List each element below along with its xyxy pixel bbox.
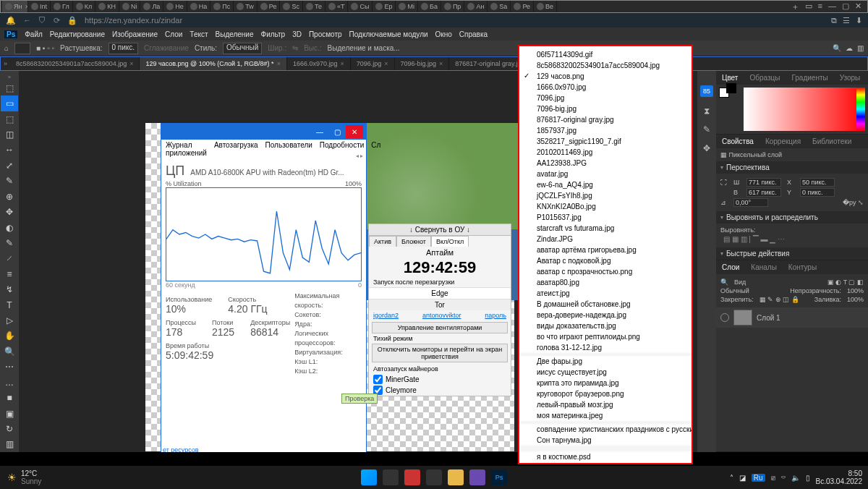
file-menu-item[interactable]: аватар артёма григорьева.jpg [519, 244, 692, 255]
weather-icon[interactable]: ☀ [7, 472, 17, 483]
search-icon-tb[interactable] [383, 469, 399, 485]
ps-menu-item[interactable]: Окно [435, 30, 452, 38]
clone-icon[interactable]: ✥ [703, 143, 710, 153]
panel-tab[interactable]: Градиенты [786, 72, 833, 83]
ps-tool[interactable]: ▣ [1, 406, 18, 421]
file-menu-item[interactable]: 7096-big.jpg [519, 103, 692, 114]
file-menu-item[interactable]: 06f57114309d.gif [519, 49, 692, 60]
file-menu-item[interactable]: 876817-original gray.jpg [519, 114, 692, 125]
workspace-icon[interactable]: ▥ [857, 44, 864, 52]
file-menu-item[interactable]: круговорот браузеров.png [519, 388, 692, 399]
ps-tool[interactable]: ⬚ [1, 80, 18, 95]
network-icon[interactable]: ⌔ [781, 474, 786, 482]
ps-tool[interactable]: ▭ [1, 95, 18, 111]
visibility-icon[interactable] [720, 313, 729, 322]
file-menu-item[interactable]: иисус существует.jpg [519, 367, 692, 378]
ps-doc-tab[interactable]: 1666.0x970.jpg× [287, 57, 351, 70]
file-menu-item[interactable]: крипта это пирамида.jpg [519, 378, 692, 388]
ps-tool[interactable]: 🔍 [1, 344, 18, 359]
browser-tab[interactable]: Sc [280, 1, 303, 12]
browser-tab[interactable]: Пс [210, 1, 234, 12]
clock-time[interactable]: 8:50 [816, 469, 863, 477]
lock-icons[interactable]: ▦ ✎ ⊕ ◫ 🔒 [760, 296, 799, 303]
hue-slider[interactable] [856, 88, 865, 131]
browser-tab[interactable]: Ла [140, 1, 163, 12]
feather-value[interactable]: 0 пикс. [109, 43, 139, 54]
file-menu-item[interactable]: моя материнка.jpeg [519, 410, 692, 421]
srv-off-button[interactable]: Отключить мониторы и перейти на экран пр… [372, 344, 508, 362]
ps-tool[interactable]: ■ [1, 390, 18, 405]
panel-tab[interactable]: Библиотеки [807, 136, 857, 147]
cast-icon[interactable]: ⎚ [771, 474, 775, 482]
srv-collapse[interactable]: ↓ Свернуть в ОУ ↓ [369, 224, 511, 236]
fill-v[interactable]: 100% [847, 296, 864, 303]
ps-tool[interactable]: ◫ [1, 127, 18, 142]
tm-min-icon[interactable]: ― [311, 125, 328, 138]
browser-tab[interactable]: Ян✕ [2, 1, 28, 12]
file-menu-item[interactable]: В домашней обстановке.jpg [519, 299, 692, 310]
ps-tool[interactable]: ✥ [1, 204, 18, 219]
panel-tab[interactable]: Контуры [783, 262, 822, 273]
file-menu-item[interactable]: атеист.jpg [519, 288, 692, 299]
ps-tool[interactable]: ≡ [1, 266, 18, 281]
ps-tool[interactable]: ↯ [1, 281, 18, 297]
panel-tab[interactable]: Узоры [834, 72, 867, 83]
battery-icon[interactable]: ▯ [806, 474, 810, 482]
tray-chevron-icon[interactable]: ˄ [730, 474, 733, 482]
file-menu-item[interactable]: левый-правый мозг.jpg [519, 399, 692, 410]
ps-menu-item[interactable]: Справка [459, 30, 488, 38]
ps-tool[interactable]: ⟋ [1, 251, 18, 266]
marquee-icon[interactable] [14, 43, 30, 54]
browser-tab[interactable]: Int [28, 1, 51, 12]
popout-icon[interactable]: ⧉ [831, 16, 837, 25]
srv-fans-button[interactable]: Управление вентиляторами [372, 322, 508, 333]
explorer-icon[interactable] [448, 469, 464, 485]
file-menu-item[interactable]: Две фары.jpg [519, 356, 692, 367]
ps-doc-tab[interactable]: 129 часов.png @ 100% (Слой 1, RGB/8#) *× [140, 57, 286, 70]
browser-tab[interactable]: Гл [51, 1, 73, 12]
brush-icon[interactable]: ✎ [703, 124, 710, 135]
ps-logo-icon[interactable]: Ps [4, 30, 17, 38]
file-menu-item[interactable]: совпадение христианских праздников с рус… [519, 424, 692, 435]
file-menu-item[interactable]: jQCZLFsYIh8.jpg [519, 190, 692, 201]
ps-tool[interactable]: … [1, 375, 18, 390]
file-menu-item[interactable]: Zindar.JPG [519, 234, 692, 244]
browser-tab[interactable]: На [187, 1, 211, 12]
file-menu-item[interactable]: виды доказательств.jpg [519, 320, 692, 331]
panel-tab[interactable]: Образцы [744, 72, 786, 83]
tm-tab[interactable]: Пользователи [265, 141, 312, 151]
close-icon[interactable]: ✕ [855, 1, 861, 12]
browser-tab[interactable]: Кл [73, 1, 96, 12]
file-menu-item[interactable]: ew-6-na_AQ4.jpg [519, 179, 692, 190]
browser-tab[interactable]: Ер [373, 1, 396, 12]
file-menu-item[interactable]: Аватар с подковой.jpg [519, 255, 692, 266]
browser-tab[interactable]: Ре [258, 1, 281, 12]
ps-tool[interactable]: ✎ [1, 235, 18, 250]
file-menu-item[interactable]: во что играют рептилоиды.png [519, 331, 692, 342]
maximize-icon[interactable]: ▢ [842, 1, 849, 12]
ps-tool[interactable]: ⋯ [1, 360, 18, 375]
style-select[interactable]: Обычный [223, 43, 262, 54]
panel-tab[interactable]: Коррекция [760, 136, 807, 147]
layer-name[interactable]: Слой 1 [757, 314, 780, 322]
file-menu-item[interactable]: 129 часов.png [519, 71, 692, 82]
srv-tor-button[interactable]: Tor [369, 299, 511, 310]
file-menu-item[interactable]: 7096.jpg [519, 93, 692, 103]
ps-tool[interactable]: ◐ [1, 220, 18, 235]
tm-tab[interactable]: Журнал приложений [166, 141, 207, 151]
srv-tab[interactable]: Актив [369, 236, 396, 247]
panel-tab[interactable]: Слои [716, 262, 745, 273]
tm-max-icon[interactable]: ▢ [328, 125, 346, 138]
clock-date[interactable]: Вс.03.04.2022 [816, 477, 863, 485]
browser-tab[interactable]: Ni [119, 1, 141, 12]
file-dropdown[interactable]: 06f57114309d.gif8c586832002534901a7acc58… [518, 45, 693, 464]
ps-menu-item[interactable]: Слои [165, 30, 182, 38]
browser-tab[interactable]: Ан [464, 1, 488, 12]
file-menu-item[interactable]: я в костюме.psd [519, 451, 692, 462]
ps-tool[interactable]: ✋ [1, 328, 18, 344]
file-menu-item[interactable]: Сон тарнума.jpg [519, 435, 692, 446]
file-menu-item[interactable]: P1015637.jpg [519, 212, 692, 223]
blend-mode[interactable]: Обычный [720, 287, 749, 294]
reload-icon[interactable]: ⟳ [54, 16, 60, 25]
ps-menu-item[interactable]: Файл [25, 30, 43, 38]
